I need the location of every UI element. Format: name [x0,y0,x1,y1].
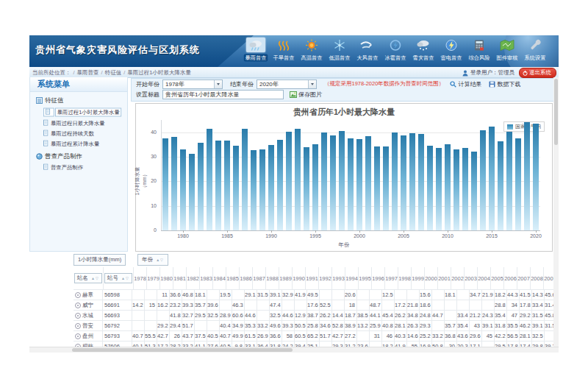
year-header-cell[interactable]: 2009 [544,267,553,289]
year-header-cell[interactable]: 2000 [425,267,438,289]
hscroll-thumb[interactable] [72,348,293,352]
nav-item-6[interactable]: 冰雹普查 [381,38,409,62]
chart-title-input[interactable] [162,90,284,99]
column-field-box[interactable]: 年份 ▲▽ [137,254,168,266]
sort-arrows-icon[interactable]: ▲▽ [121,276,129,280]
nav-item-label: 暴雨普查 [243,54,267,62]
sort-arrows-icon[interactable]: ▲▽ [91,276,99,280]
radio-dot [77,325,79,327]
id-sort-box[interactable]: 站号▲▽ [104,273,132,283]
year-header-cell[interactable]: 1979 [147,267,160,289]
row-radio[interactable] [75,292,81,298]
sidebar-group-1[interactable]: 特征值 [36,96,127,105]
row-radio[interactable] [75,333,81,339]
end-year-select[interactable]: 2020年 [257,79,317,89]
sidebar-item[interactable]: 暴雨过程1小时最大降水量 [43,107,127,117]
nav-item-9[interactable]: 综合风险 [465,38,492,62]
value-cell: 26.2 [320,311,332,320]
row-radio[interactable] [75,302,81,308]
year-header-cell[interactable]: 1987 [253,267,266,289]
year-header-cell[interactable]: 2003 [465,267,478,289]
value-cell: 18.6 [420,300,432,310]
doc-icon [43,140,50,147]
vscroll-thumb[interactable] [554,79,558,145]
nav-item-5[interactable]: 大风普查 [354,38,381,62]
year-header-cell[interactable]: 1984 [213,267,226,289]
year-header-cell[interactable]: 2004 [478,267,491,289]
nav-item-3[interactable]: 高温普查 [298,38,325,62]
year-header-cell[interactable]: 1996 [372,267,385,289]
chevron-down-icon[interactable] [214,80,222,88]
save-image-button[interactable]: 保存图片 [290,91,322,99]
value-cell: 11 [157,290,170,300]
nav-item-11[interactable]: 系统设置 [521,38,548,62]
bar [224,141,230,230]
measure-field-box[interactable]: 1小时降水量(mm) [74,254,126,266]
sub-bar: 当前所处位置：/暴雨普查/特征值/暴雨过程1小时最大降水量 登录用户：管理员 退… [29,67,559,78]
year-header-cell[interactable]: 1989 [279,267,293,289]
calculate-button[interactable]: 计算结果 [450,80,481,88]
sidebar-item[interactable]: 暴雨过程持续天数 [43,130,127,138]
year-header-cell[interactable]: 1995 [359,267,372,289]
nav-item-4[interactable]: 低温普查 [326,38,353,62]
data-grid: 站名▲▽站号▲▽19781979198019811982198319841985… [74,267,553,347]
year-header-cell[interactable]: 2007 [517,267,531,289]
sidebar-item[interactable]: 普查产品制作 [43,163,127,171]
name-sort-box[interactable]: 站名▲▽ [74,273,102,283]
nav-item-7[interactable]: 雪灾普查 [409,38,437,62]
year-header-cell[interactable]: 1990 [293,267,306,289]
value-cell: 46.3 [232,300,245,310]
row-radio[interactable] [75,313,81,319]
chevron-down-icon[interactable] [308,80,316,88]
value-cell: 28.1 [520,331,532,341]
year-header-cell[interactable]: 1991 [306,267,319,289]
start-year-select[interactable]: 1978年 [162,79,223,89]
year-header-cell[interactable]: 1986 [240,267,253,289]
sort-arrows-icon[interactable]: ▲▽ [156,258,164,262]
year-header-cell[interactable]: 2005 [491,267,504,289]
nav-item-8[interactable]: 雷电普查 [437,38,465,62]
year-header-cell[interactable]: 2001 [438,267,451,289]
year-header-cell[interactable]: 1983 [200,267,213,289]
year-header-cell[interactable]: 2002 [451,267,465,289]
year-header-cell[interactable]: 1981 [173,267,187,289]
station-name: 普安 [82,321,93,330]
nav-item-10[interactable]: 图件审核 [493,38,520,62]
logout-button[interactable]: 退出系统 [519,68,556,78]
year-header-cell[interactable]: 1988 [266,267,279,289]
station-name-cell: 水城 [74,311,103,320]
settings-icon [526,38,545,52]
value-cell: 26.3 [407,321,420,330]
nav-item-1[interactable]: 暴雨普查 [242,38,269,62]
sidebar-item[interactable]: 暴雨过程累计降水量 [43,140,127,148]
year-header-cell[interactable]: 1997 [385,267,398,289]
year-header-cell[interactable]: 1999 [412,267,425,289]
year-header-cell[interactable]: 2008 [531,267,544,289]
nav-item-2[interactable]: 干旱普查 [270,38,297,62]
year-header-cell[interactable]: 1998 [398,267,412,289]
year-header-cell[interactable]: 1992 [319,267,332,289]
radio-dot [77,294,79,296]
breadcrumb-part[interactable]: 暴雨过程1小时最大降水量 [127,69,191,76]
value-cell: 21.9 [482,290,495,300]
value-cell [445,311,457,320]
x-tick-label: 2005 [392,233,415,238]
year-header-cell[interactable]: 1993 [332,267,345,289]
breadcrumb-part[interactable]: 特征值 [105,69,122,76]
sidebar-item[interactable]: 暴雨过程日最大降水量 [43,119,127,127]
value-cell: 31.8 [495,321,507,330]
row-radio[interactable] [75,323,81,329]
horizontal-scrollbar[interactable] [29,347,559,353]
year-header-cell[interactable]: 1978 [134,267,147,289]
sidebar-group-2[interactable]: 普查产品制作 [36,152,127,161]
year-header-cell[interactable]: 1994 [345,267,359,289]
year-header-cell[interactable]: 2006 [504,267,517,289]
year-header-cell[interactable]: 1982 [187,267,200,289]
breadcrumb-part[interactable]: 暴雨普查 [77,69,99,76]
year-header-cell[interactable]: 1980 [160,267,173,289]
download-button[interactable]: 数据下载 [489,80,520,88]
chart-panel: 贵州省历年1小时最大降水量 1小时降水量（mm） 年份 国家站平均 010203… [135,103,553,252]
year-header-cell[interactable]: 1985 [226,267,240,289]
nav-item-label: 雷电普查 [440,54,462,62]
vertical-scrollbar[interactable] [553,77,559,347]
